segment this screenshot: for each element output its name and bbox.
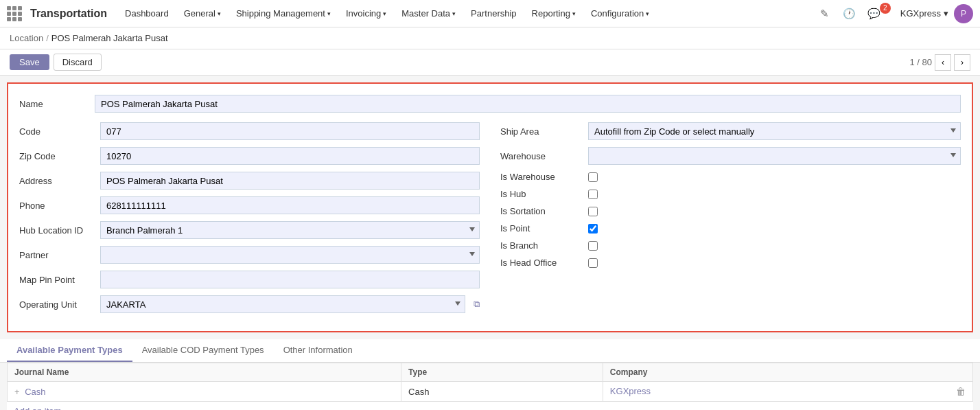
is-hub-checkbox[interactable] [588, 190, 598, 199]
phone-row: Phone [19, 196, 480, 214]
delete-row-button[interactable]: 🗑 [956, 386, 966, 397]
phone-input[interactable] [100, 196, 480, 214]
nav-partnership[interactable]: Partnership [465, 0, 522, 27]
hub-location-row: Hub Location ID Branch Palmerah 1 [19, 221, 480, 239]
breadcrumb-parent[interactable]: Location [10, 33, 43, 43]
is-sortation-checkbox[interactable] [588, 207, 598, 216]
nav-configuration[interactable]: Configuration▾ [585, 0, 655, 27]
discard-button[interactable]: Discard [54, 54, 102, 71]
is-point-checkbox[interactable] [588, 224, 598, 234]
ship-area-label: Ship Area [500, 126, 583, 137]
is-point-row: Is Point [500, 223, 961, 234]
nav-general[interactable]: General▾ [178, 0, 226, 27]
nav-dashboard[interactable]: Dashboard [119, 0, 174, 27]
address-label: Address [19, 176, 95, 186]
nav-masterdata[interactable]: Master Data▾ [396, 0, 461, 27]
name-label: Name [19, 99, 95, 109]
company-link[interactable]: KGXpress [610, 386, 651, 396]
message-badge: 2 [880, 3, 891, 14]
zip-input[interactable] [100, 147, 480, 165]
name-row: Name [19, 95, 961, 113]
is-point-label: Is Point [500, 223, 583, 234]
is-warehouse-checkbox-wrap [588, 172, 598, 182]
cell-type: Cash [401, 382, 603, 402]
pager-count: 1 / 80 [909, 57, 932, 67]
tab-available-cod-payment-types[interactable]: Available COD Payment Types [132, 339, 274, 362]
warehouse-select[interactable] [588, 147, 961, 165]
is-head-office-checkbox[interactable] [588, 258, 598, 268]
payment-types-table: Journal Name Type Company + Cash Cash KG… [7, 363, 973, 402]
name-input[interactable] [95, 95, 961, 113]
tab-available-payment-types[interactable]: Available Payment Types [7, 339, 132, 362]
masterdata-arrow: ▾ [452, 10, 456, 17]
ship-area-select[interactable]: Autofill from Zip Code or select manuall… [588, 122, 961, 140]
app-grid-icon[interactable] [7, 6, 22, 21]
invoicing-arrow: ▾ [383, 10, 386, 17]
partner-row: Partner [19, 246, 480, 264]
mappin-label: Map Pin Point [19, 275, 95, 285]
is-hub-row: Is Hub [500, 189, 961, 199]
operating-row: Operating Unit JAKARTA ⧉ [19, 295, 480, 313]
clock-icon[interactable]: 🕐 [840, 4, 859, 23]
is-head-office-checkbox-wrap [588, 258, 598, 268]
add-row-icon[interactable]: + [14, 387, 20, 397]
is-warehouse-checkbox[interactable] [588, 172, 598, 182]
add-item-link[interactable]: Add an item [7, 402, 68, 410]
is-point-checkbox-wrap [588, 224, 598, 234]
form-card: Name Code Zip Code Address Phone [7, 82, 973, 332]
zip-row: Zip Code [19, 147, 480, 165]
address-row: Address [19, 172, 480, 190]
reporting-arrow: ▾ [572, 10, 576, 17]
app-title: Transportation [30, 8, 107, 20]
code-label: Code [19, 126, 95, 137]
is-head-office-row: Is Head Office [500, 258, 961, 268]
user-menu[interactable]: KGXpress ▾ [900, 8, 948, 19]
tabs-bar: Available Payment Types Available COD Pa… [0, 339, 980, 363]
is-warehouse-label: Is Warehouse [500, 172, 583, 182]
shipping-arrow: ▾ [327, 10, 331, 17]
mappin-input[interactable] [100, 271, 480, 288]
breadcrumb: Location / POS Palmerah Jakarta Pusat [0, 27, 980, 49]
col-header-journal: Journal Name [8, 363, 401, 382]
operating-unit-select[interactable]: JAKARTA [100, 295, 465, 313]
is-sortation-checkbox-wrap [588, 207, 598, 216]
partner-select[interactable] [100, 246, 480, 264]
toolbar: Save Discard 1 / 80 ‹ › [0, 49, 980, 76]
operating-external-link[interactable]: ⧉ [474, 299, 480, 310]
phone-label: Phone [19, 201, 95, 211]
pager-prev[interactable]: ‹ [935, 54, 951, 71]
is-sortation-row: Is Sortation [500, 206, 961, 216]
code-input[interactable] [100, 122, 480, 140]
is-head-office-label: Is Head Office [500, 258, 583, 268]
pager: 1 / 80 ‹ › [909, 54, 970, 71]
is-sortation-label: Is Sortation [500, 206, 583, 216]
pager-next[interactable]: › [954, 54, 970, 71]
journal-link[interactable]: Cash [25, 387, 45, 397]
is-hub-checkbox-wrap [588, 190, 598, 199]
tab-other-information[interactable]: Other Information [274, 339, 362, 362]
hub-location-select[interactable]: Branch Palmerah 1 [100, 221, 480, 239]
user-label: KGXpress [900, 8, 941, 19]
nav-reporting[interactable]: Reporting▾ [526, 0, 581, 27]
general-arrow: ▾ [218, 10, 221, 17]
message-area: 💬 2 [865, 4, 895, 23]
save-button[interactable]: Save [10, 54, 49, 70]
form-right-col: Ship Area Autofill from Zip Code or sele… [500, 122, 961, 320]
is-warehouse-row: Is Warehouse [500, 172, 961, 182]
edit-icon[interactable]: ✎ [815, 4, 835, 23]
user-arrow: ▾ [944, 8, 948, 19]
topnav: Transportation Dashboard General▾ Shippi… [0, 0, 980, 27]
is-branch-checkbox[interactable] [588, 241, 598, 251]
nav-shipping[interactable]: Shipping Management▾ [231, 0, 336, 27]
code-row: Code [19, 122, 480, 140]
warehouse-label: Warehouse [500, 151, 583, 161]
operating-label: Operating Unit [19, 299, 95, 310]
is-hub-label: Is Hub [500, 189, 583, 199]
avatar[interactable]: P [954, 4, 973, 23]
address-input[interactable] [100, 172, 480, 190]
nav-invoicing[interactable]: Invoicing▾ [340, 0, 392, 27]
cell-company: KGXpress 🗑 [603, 382, 972, 402]
breadcrumb-separator: / [46, 33, 49, 43]
cell-journal-name: + Cash [8, 382, 401, 402]
form-grid: Code Zip Code Address Phone Hub Location… [19, 122, 961, 320]
